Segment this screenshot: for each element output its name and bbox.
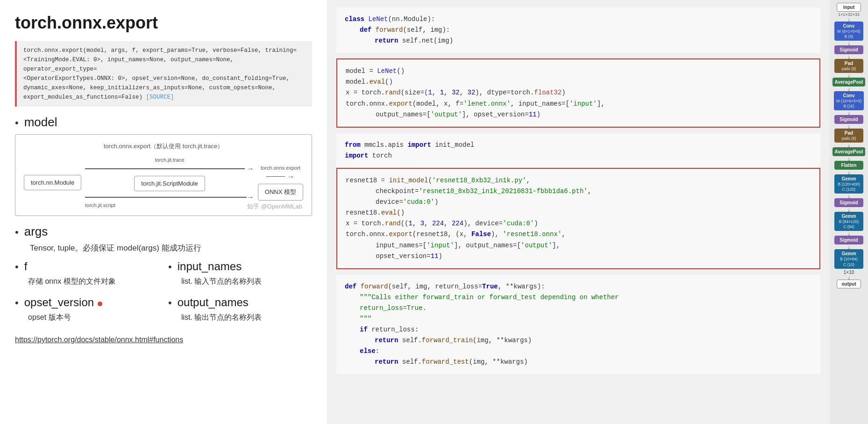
arrow-4: ↓ bbox=[847, 73, 850, 78]
nn-box-sigmoid1: Sigmoid bbox=[834, 45, 863, 54]
two-col-2: • opset_version opset 版本号 • output_names… bbox=[15, 292, 312, 323]
two-col-1: • f 存储 onnx 模型的文件对象 • input_names list. … bbox=[15, 256, 312, 287]
nn-node-sigmoid2: Sigmoid bbox=[834, 115, 863, 124]
code-block-5: def forward(self, img, return_loss=True,… bbox=[336, 275, 820, 374]
docs-link[interactable]: https://pytorch.org/docs/stable/onnx.htm… bbox=[15, 336, 312, 344]
nn-node-avgpool2: AveragePool bbox=[832, 147, 866, 156]
nn-node-sigmoid4: Sigmoid bbox=[834, 236, 863, 244]
f-bullet-dot: • bbox=[15, 261, 19, 273]
nn-node-conv1: ConvW (6×1×5×5)B (6) bbox=[834, 22, 863, 41]
code-block-1: class LeNet(nn.Module): def forward(self… bbox=[336, 7, 820, 53]
nn-node-conv2: ConvW (16×6×5×5)B (16) bbox=[834, 91, 864, 110]
args-section: • args bbox=[15, 224, 312, 239]
nn-box-flatten: Flatten bbox=[834, 161, 863, 170]
watermark: 知乎 @OpenMMLab bbox=[247, 202, 302, 211]
input-names-title: input_names bbox=[178, 260, 242, 273]
arrow-3: ↓ bbox=[847, 54, 850, 59]
nn-node-gemm1: GemmB (120×400)C (120) bbox=[834, 174, 863, 194]
sig-line4: dynamic_axes=None, keep_initializers_as_… bbox=[23, 85, 276, 91]
input-names-col: • input_names list. 输入节点的名称列表 bbox=[168, 256, 312, 287]
f-desc: 存储 onnx 模型的文件对象 bbox=[28, 277, 159, 287]
middle-panel: class LeNet(nn.Module): def forward(self… bbox=[327, 0, 830, 424]
args-desc: Tensor, tuple。必须保证 model(args) 能成功运行 bbox=[30, 243, 312, 253]
f-title: f bbox=[24, 260, 28, 273]
node-script: torch.jit.ScriptModule bbox=[134, 176, 205, 191]
left-panel: torch.onnx.export torch.onnx.export(mode… bbox=[0, 0, 327, 424]
code-block-3: from mmcls.apis import init_model import… bbox=[336, 133, 820, 168]
f-bullet: • f bbox=[15, 260, 159, 273]
label-export: torch.onnx.export bbox=[261, 165, 300, 171]
nn-box-gemm2: GemmB (84×120)C (84) bbox=[834, 212, 863, 231]
nn-box-conv2: ConvW (16×6×5×5)B (16) bbox=[834, 91, 864, 110]
arrow-2: ↓ bbox=[847, 41, 850, 45]
output-names-title: output_names bbox=[178, 296, 249, 309]
label-trace: torch.jit.trace bbox=[155, 157, 185, 163]
nn-box-avgpool1: AveragePool bbox=[832, 78, 866, 86]
arrow-15: ↓ bbox=[847, 275, 850, 280]
nn-node-pad2: Padpads (8) bbox=[834, 129, 863, 143]
bullet-dot: • bbox=[15, 117, 19, 129]
label-jit-script: torch.jit.script bbox=[85, 202, 115, 208]
nn-box-pad2: Padpads (8) bbox=[834, 129, 863, 143]
f-col: • f 存储 onnx 模型的文件对象 bbox=[15, 256, 159, 287]
right-panel: input 1×1×32×32 ↓ ConvW (6×1×5×5)B (6) ↓… bbox=[830, 0, 868, 424]
nn-node-output: output bbox=[837, 280, 861, 288]
nn-node-flatten: Flatten bbox=[834, 161, 863, 170]
nn-box-sigmoid4: Sigmoid bbox=[834, 236, 863, 244]
input-names-dot: • bbox=[168, 261, 172, 273]
code-block-2: model = LeNet() model.eval() x = torch.r… bbox=[336, 58, 820, 127]
arrow-14: ↓ bbox=[847, 244, 850, 249]
args-bullet-dot: • bbox=[15, 226, 19, 238]
sig-line1: torch.onnx.export(model, args, f, export… bbox=[23, 47, 297, 54]
nn-box-input: input bbox=[837, 3, 861, 12]
output-names-dot: • bbox=[168, 297, 172, 309]
nn-node-gemm3: GemmB (10×84)C (10) bbox=[834, 249, 863, 268]
node-module: torch.nn.Module bbox=[24, 175, 81, 190]
page-title: torch.onnx.export bbox=[15, 13, 312, 33]
input-names-bullet: • input_names bbox=[168, 260, 312, 273]
nn-box-pad1: Padpads (8) bbox=[834, 59, 863, 73]
diagram-caption: torch.onnx.export（默认使用 torch.jit.trace） bbox=[20, 142, 307, 151]
arrow-12: ↓ bbox=[847, 207, 850, 212]
model-section: • model bbox=[15, 115, 312, 129]
sig-line3: <OperatorExportTypes.ONNX: 0>, opset_ver… bbox=[23, 75, 290, 82]
sig-line5: export_modules_as_functions=False) bbox=[23, 94, 142, 101]
arrow-8: ↓ bbox=[847, 143, 850, 147]
model-title: model bbox=[24, 115, 57, 129]
output-names-col: • output_names list. 输出节点的名称列表 bbox=[168, 292, 312, 323]
arrow-1: ↓ bbox=[847, 17, 850, 22]
nn-box-output: output bbox=[837, 280, 861, 288]
nn-box-gemm3: GemmB (10×84)C (10) bbox=[834, 249, 863, 268]
nn-node-avgpool1: AveragePool bbox=[832, 78, 866, 86]
nn-box-avgpool2: AveragePool bbox=[832, 147, 866, 156]
red-indicator bbox=[98, 302, 102, 306]
output-names-bullet: • output_names bbox=[168, 296, 312, 309]
node-onnx: ONNX 模型 bbox=[258, 184, 303, 201]
opset-title: opset_version bbox=[24, 296, 94, 309]
diagram-box: torch.onnx.export（默认使用 torch.jit.trace） … bbox=[15, 134, 312, 216]
arrow-13: ↓ bbox=[847, 231, 850, 236]
opset-dot: • bbox=[15, 297, 19, 309]
signature-box: torch.onnx.export(model, args, f, export… bbox=[15, 41, 312, 107]
nn-node-pad1: Padpads (8) bbox=[834, 59, 863, 73]
nn-node-gemm2: GemmB (84×120)C (84) bbox=[834, 212, 863, 231]
opset-desc: opset 版本号 bbox=[28, 313, 159, 323]
arrow-6: ↓ bbox=[847, 110, 850, 115]
nn-dim-out: 1×10 bbox=[844, 270, 854, 275]
output-names-desc: list. 输出节点的名称列表 bbox=[181, 313, 312, 323]
arrow-11: ↓ bbox=[847, 194, 850, 198]
sig-line2: <TrainingMode.EVAL: 0>, input_names=None… bbox=[23, 57, 234, 72]
arrow-10: ↓ bbox=[847, 170, 850, 174]
arrow-9: ↓ bbox=[847, 156, 850, 161]
input-names-desc: list. 输入节点的名称列表 bbox=[181, 277, 312, 287]
diagram-row: torch.nn.Module torch.jit.trace → torch.… bbox=[20, 157, 307, 208]
arrow-5: ↓ bbox=[847, 86, 850, 91]
nn-box-gemm1: GemmB (120×400)C (120) bbox=[834, 174, 863, 194]
nn-box-conv1: ConvW (6×1×5×5)B (6) bbox=[834, 22, 863, 41]
arrow-7: ↓ bbox=[847, 124, 850, 129]
nn-box-sigmoid3: Sigmoid bbox=[834, 198, 863, 207]
source-link[interactable]: [SOURCE] bbox=[146, 94, 174, 101]
opset-bullet: • opset_version bbox=[15, 296, 159, 309]
nn-node-sigmoid1: Sigmoid bbox=[834, 45, 863, 54]
nn-box-sigmoid2: Sigmoid bbox=[834, 115, 863, 124]
